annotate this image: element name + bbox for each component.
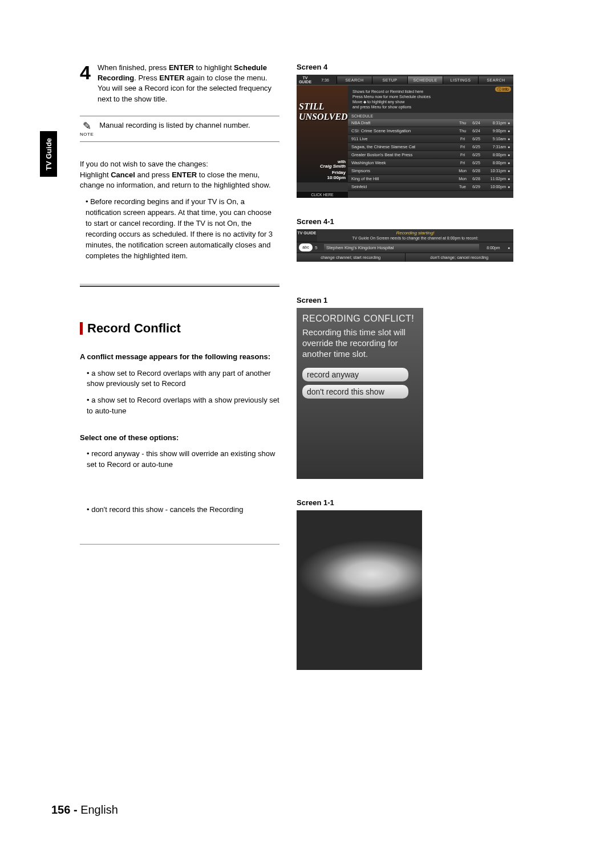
note-label: NOTE: [80, 132, 94, 137]
record-icon: ●: [508, 185, 513, 189]
schedule-row[interactable]: King of the HillMon6/2811:02pm●: [348, 175, 513, 183]
schedule-row-title: King of the Hill: [348, 176, 456, 182]
conflict-dialog-text: Recording this time slot will override t…: [302, 327, 418, 359]
schedule-row-time: 5:10am: [483, 137, 508, 141]
conflict-dialog-title: RECORDING CONFLICT!: [302, 314, 418, 324]
step-number: 4: [80, 63, 91, 82]
cancel-recording-option[interactable]: don't change; cancel recording: [406, 253, 514, 262]
schedule-row-day: Fri: [456, 153, 469, 157]
recording-starting-msg: TV Guide On Screen needs to change the c…: [319, 236, 511, 241]
schedule-row-time: 11:02pm: [483, 177, 508, 181]
record-icon: ●: [508, 246, 513, 250]
record-icon: ●: [508, 137, 513, 141]
channel-number: 5: [315, 245, 324, 250]
step-4: 4 When finished, press ENTER to highligh…: [80, 63, 279, 104]
schedule-row[interactable]: 911 LiveFri6/255:10am●: [348, 135, 513, 143]
note-text: Manual recording is listed by channel nu…: [99, 121, 250, 129]
schedule-row-date: 6/25: [469, 153, 483, 157]
show-title[interactable]: Stephen King's Kingdom Hospital: [324, 244, 479, 251]
schedule-row[interactable]: Washington WeekFri6/258:00pm●: [348, 159, 513, 167]
conflict-option-2: • don't record this show - cancels the R…: [87, 505, 279, 515]
schedule-header: SCHEDULE: [348, 113, 513, 119]
tvguide-logo-small: TV GUIDE: [297, 229, 317, 242]
schedule-row[interactable]: Sagwa, the Chinese Siamese CatFri6/257:3…: [348, 143, 513, 151]
conflict-subhead-2: Select one of these options:: [80, 433, 279, 443]
screenshot-screen-1-1: [297, 510, 422, 670]
section-accent-bar: [80, 322, 83, 335]
schedule-row-title: Simpsons: [348, 168, 456, 174]
schedule-row-title: Sagwa, the Chinese Siamese Cat: [348, 144, 456, 150]
schedule-row-time: 10:00pm: [483, 185, 508, 189]
screenshot-screen-4-1: TV GUIDE Recording starting! TV Guide On…: [297, 229, 513, 262]
schedule-row-day: Thu: [456, 129, 469, 133]
schedule-row[interactable]: Greater Boston's Beat the PressFri6/258:…: [348, 151, 513, 159]
tab-search[interactable]: SEARCH: [337, 76, 372, 84]
schedule-row-day: Mon: [456, 177, 469, 181]
schedule-row-day: Fri: [456, 161, 469, 165]
conflict-bullet-2: • a show set to Record overlaps with a s…: [87, 395, 279, 417]
schedule-row-title: Seinfeld: [348, 184, 456, 190]
tab-setup[interactable]: SETUP: [372, 76, 407, 84]
show-time: 8:00pm: [479, 246, 508, 250]
label-screen-1-1: Screen 1-1: [297, 498, 565, 507]
record-icon: ●: [508, 161, 513, 165]
record-icon: ●: [508, 121, 513, 125]
click-here-ad[interactable]: CLICK HERE: [297, 191, 348, 198]
schedule-row-title: Greater Boston's Beat the Press: [348, 152, 456, 158]
conflict-option-1: • record anyway - this show will overrid…: [87, 449, 279, 470]
conflict-bullet-1: • a show set to Record overlaps with any…: [87, 368, 279, 390]
start-recording-option[interactable]: change channel; start recording: [297, 253, 406, 262]
schedule-row-title: 911 Live: [348, 136, 456, 142]
schedule-row-time: 8:00pm: [483, 161, 508, 165]
tab-listings[interactable]: LISTINGS: [443, 76, 478, 84]
schedule-row[interactable]: SeinfeldTue6/2910:00pm●: [348, 183, 513, 191]
recording-starting-title: Recording starting!: [319, 230, 511, 236]
schedule-row-day: Tue: [456, 185, 469, 189]
schedule-row-day: Thu: [456, 121, 469, 125]
record-anyway-button[interactable]: record anyway: [302, 368, 408, 381]
schedule-row-time: 10:31pm: [483, 169, 508, 173]
schedule-row[interactable]: NBA DraftThu6/248:31pm●: [348, 119, 513, 127]
schedule-row-date: 6/25: [469, 161, 483, 165]
schedule-row-date: 6/28: [469, 177, 483, 181]
tvguide-logo: TV GUIDE: [297, 75, 314, 85]
hint-panel: ⓘ info Shows for Record or Remind listed…: [348, 86, 513, 113]
schedule-row-date: 6/25: [469, 145, 483, 149]
schedule-row-date: 6/25: [469, 137, 483, 141]
cancel-instructions: If you do not wish to save the changes: …: [80, 159, 279, 262]
tab-schedule[interactable]: SCHEDULE: [407, 76, 443, 84]
label-screen-4: Screen 4: [297, 63, 565, 71]
schedule-row-title: CSI: Crime Scene Investigation: [348, 128, 456, 134]
section-title: Record Conflict: [87, 321, 181, 336]
schedule-row-time: 7:31am: [483, 145, 508, 149]
page-footer: 156 - English: [51, 803, 118, 816]
info-badge[interactable]: ⓘ info: [495, 87, 511, 92]
tab-search-2[interactable]: SEARCH: [478, 76, 513, 84]
schedule-row-day: Fri: [456, 137, 469, 141]
schedule-row-date: 6/24: [469, 129, 483, 133]
schedule-row-day: Mon: [456, 169, 469, 173]
section-record-conflict: Record Conflict: [80, 321, 279, 336]
screenshot-screen-1: RECORDING CONFLICT! Recording this time …: [297, 308, 423, 479]
schedule-row[interactable]: CSI: Crime Scene InvestigationThu6/249:0…: [348, 127, 513, 135]
conflict-subhead-1: A conflict message appears for the follo…: [80, 352, 279, 362]
note-icon: ✎: [83, 121, 91, 131]
schedule-row-time: 8:31pm: [483, 121, 508, 125]
step-4-text: When finished, press ENTER to highlight …: [98, 63, 279, 104]
schedule-row-date: 6/28: [469, 169, 483, 173]
section-divider: [80, 284, 279, 287]
schedule-row-date: 6/29: [469, 185, 483, 189]
note-box: ✎ NOTE Manual recording is listed by cha…: [80, 116, 279, 142]
label-screen-4-1: Screen 4-1: [297, 217, 565, 226]
channel-badge: abc: [299, 243, 313, 251]
record-icon: ●: [508, 177, 513, 181]
schedule-row[interactable]: SimpsonsMon6/2810:31pm●: [348, 167, 513, 175]
record-icon: ●: [508, 169, 513, 173]
side-tab-tv-guide: TV Guide: [40, 131, 57, 177]
label-screen-1: Screen 1: [297, 296, 565, 304]
dont-record-button[interactable]: don't record this show: [302, 385, 408, 399]
preview-panel: STILL UNSOLVED with Craig Smith Friday 1…: [297, 86, 348, 182]
screenshot-screen-4: TV GUIDE 7:36 SEARCH SETUP SCHEDULE LIST…: [297, 75, 513, 198]
schedule-row-title: Washington Week: [348, 160, 456, 166]
schedule-row-time: 8:00pm: [483, 153, 508, 157]
